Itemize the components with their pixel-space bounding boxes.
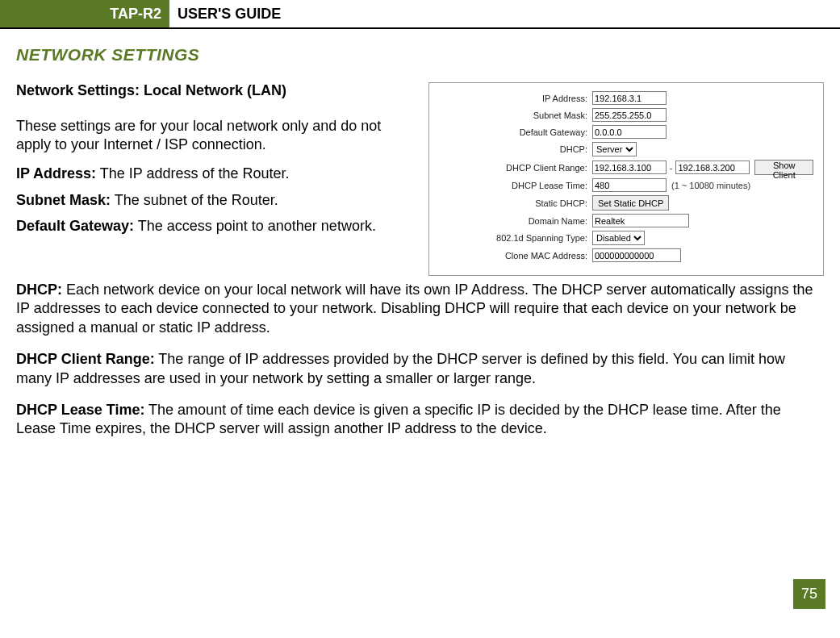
select-spanning[interactable]: Disabled [592, 231, 645, 245]
page-header: TAP-R2 USER'S GUIDE [0, 0, 840, 29]
def-dhcp: DHCP: Each network device on your local … [16, 281, 824, 337]
label-static-dhcp: Static DHCP: [439, 198, 592, 208]
label-subnet-mask: Subnet Mask: [439, 111, 592, 120]
def-text: Each network device on your local networ… [16, 281, 813, 336]
row-spanning: 802.1d Spanning Type: Disabled [439, 231, 813, 245]
page-content: NETWORK SETTINGS Network Settings: Local… [0, 45, 840, 439]
sub-heading: Network Settings: Local Network (LAN) [16, 82, 417, 99]
label-domain-name: Domain Name: [439, 216, 592, 226]
def-ip-address: IP Address: The IP address of the Router… [16, 165, 417, 183]
range-separator: - [670, 163, 673, 173]
page-number: 75 [793, 579, 825, 609]
settings-screenshot-panel: IP Address: Subnet Mask: Default Gateway… [428, 82, 824, 276]
input-domain-name[interactable] [592, 214, 689, 227]
input-clone-mac[interactable] [592, 248, 681, 262]
def-term: IP Address: [16, 165, 96, 181]
select-dhcp[interactable]: Server [592, 142, 637, 156]
row-default-gateway: Default Gateway: [439, 125, 813, 139]
row-ip-address: IP Address: [439, 91, 813, 105]
input-default-gateway[interactable] [592, 125, 667, 139]
def-dhcp-client-range: DHCP Client Range: The range of IP addre… [16, 350, 824, 388]
input-dhcp-range-end[interactable] [675, 161, 750, 174]
def-term: Default Gateway: [16, 218, 134, 234]
def-subnet-mask: Subnet Mask: The subnet of the Router. [16, 191, 417, 210]
def-term: DHCP: [16, 281, 62, 298]
row-dhcp-lease: DHCP Lease Time: (1 ~ 10080 minutes) [439, 178, 813, 192]
input-dhcp-lease[interactable] [592, 178, 667, 192]
row-subnet-mask: Subnet Mask: [439, 108, 813, 122]
input-subnet-mask[interactable] [592, 108, 667, 122]
row-dhcp: DHCP: Server [439, 142, 813, 156]
label-dhcp-lease: DHCP Lease Time: [439, 181, 592, 190]
label-clone-mac: Clone MAC Address: [439, 251, 592, 261]
label-default-gateway: Default Gateway: [439, 127, 592, 137]
intro-paragraph: These settings are for your local networ… [16, 117, 417, 153]
section-title: NETWORK SETTINGS [16, 45, 824, 65]
def-text: The IP address of the Router. [96, 165, 289, 181]
row-domain-name: Domain Name: [439, 214, 813, 227]
def-term: DHCP Client Range: [16, 351, 155, 367]
input-ip-address[interactable] [592, 91, 667, 105]
product-badge: TAP-R2 [102, 6, 169, 23]
doc-title: USER'S GUIDE [169, 2, 289, 27]
label-spanning: 802.1d Spanning Type: [439, 233, 592, 243]
row-clone-mac: Clone MAC Address: [439, 248, 813, 262]
intro-row: Network Settings: Local Network (LAN) Th… [16, 82, 824, 276]
show-client-button[interactable]: Show Client [754, 160, 813, 175]
dhcp-lease-hint: (1 ~ 10080 minutes) [671, 181, 750, 190]
label-ip-address: IP Address: [439, 94, 592, 103]
def-default-gateway: Default Gateway: The access point to ano… [16, 217, 417, 236]
def-text: The access point to another network. [134, 218, 376, 234]
def-dhcp-lease-time: DHCP Lease Time: The amount of time each… [16, 401, 824, 439]
def-term: DHCP Lease Time: [16, 402, 144, 418]
row-dhcp-range: DHCP Client Range: - Show Client [439, 160, 813, 175]
intro-left: Network Settings: Local Network (LAN) Th… [16, 82, 417, 244]
header-badge-block: TAP-R2 [0, 0, 169, 27]
input-dhcp-range-start[interactable] [592, 161, 667, 174]
row-static-dhcp: Static DHCP: Set Static DHCP [439, 195, 813, 211]
label-dhcp: DHCP: [439, 144, 592, 154]
label-dhcp-range: DHCP Client Range: [439, 163, 592, 173]
set-static-dhcp-button[interactable]: Set Static DHCP [592, 195, 669, 211]
def-term: Subnet Mask: [16, 192, 111, 208]
def-text: The subnet of the Router. [111, 192, 278, 208]
